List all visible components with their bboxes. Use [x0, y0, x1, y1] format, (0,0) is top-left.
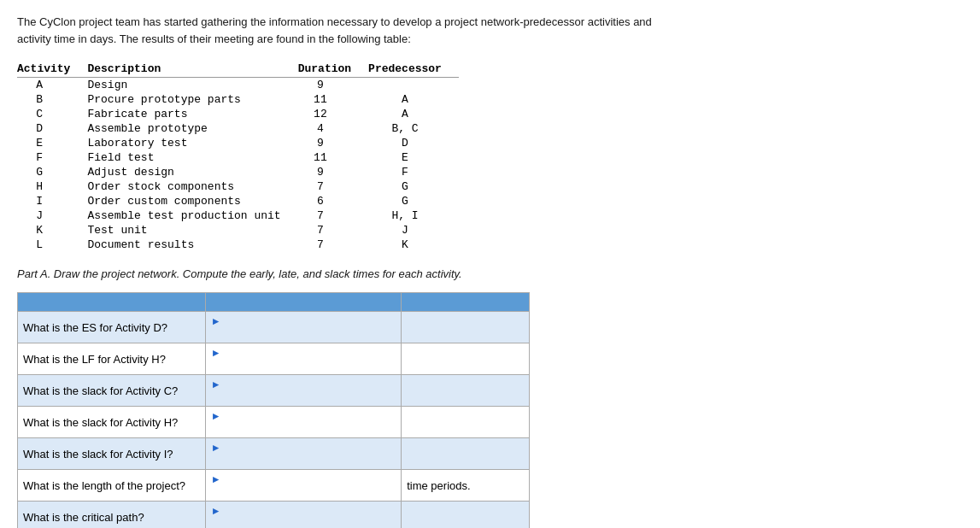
answer-input-cell[interactable]: ► — [205, 407, 402, 438]
predecessor-cell: A — [368, 92, 459, 107]
answer-input-cell[interactable]: ► — [205, 470, 402, 502]
arrow-icon: ► — [211, 442, 221, 454]
duration-cell: 11 — [298, 92, 368, 107]
description-cell: Document results — [87, 238, 297, 252]
arrow-icon: ► — [211, 473, 221, 485]
answer-suffix-cell — [402, 343, 530, 375]
answer-input[interactable] — [211, 390, 396, 403]
predecessor-cell: H, I — [368, 208, 459, 223]
answer-input[interactable] — [211, 517, 396, 528]
arrow-icon: ► — [211, 315, 221, 327]
answer-suffix-cell — [402, 375, 530, 407]
description-cell: Adjust design — [87, 165, 297, 179]
question-row: What is the slack for Activity C?► — [18, 375, 530, 407]
question-row: What is the critical path?► — [18, 502, 530, 529]
table-row: H Order stock components 7 G — [17, 179, 459, 194]
activity-cell: E — [17, 136, 87, 150]
predecessor-cell: B, C — [368, 121, 459, 136]
question-label: What is the slack for Activity I? — [18, 438, 206, 470]
answer-input-cell[interactable]: ► — [205, 343, 402, 375]
col-header-description: Description — [87, 61, 297, 78]
activity-cell: D — [17, 121, 87, 136]
question-label: What is the LF for Activity H? — [18, 343, 206, 375]
duration-cell: 7 — [298, 238, 368, 252]
arrow-icon: ► — [211, 505, 221, 517]
duration-cell: 7 — [298, 223, 368, 238]
table-row: L Document results 7 K — [17, 238, 459, 252]
description-cell: Test unit — [87, 223, 297, 238]
arrow-icon: ► — [211, 347, 221, 359]
duration-cell: 9 — [298, 78, 368, 93]
question-label: What is the length of the project? — [18, 470, 206, 502]
arrow-icon: ► — [211, 410, 221, 422]
answer-input[interactable] — [211, 327, 396, 340]
description-cell: Fabricate parts — [87, 107, 297, 121]
description-cell: Design — [87, 78, 297, 93]
activity-cell: J — [17, 208, 87, 223]
answer-input-cell[interactable]: ► — [205, 502, 402, 529]
question-label: What is the critical path? — [18, 502, 206, 529]
predecessor-cell — [368, 78, 459, 93]
answer-input-cell[interactable]: ► — [205, 438, 402, 470]
description-cell: Field test — [87, 150, 297, 165]
q-header-2 — [205, 293, 402, 312]
activity-cell: K — [17, 223, 87, 238]
answer-suffix-cell — [402, 438, 530, 470]
activity-cell: F — [17, 150, 87, 165]
question-row: What is the length of the project?►time … — [18, 470, 530, 502]
description-cell: Assemble test production unit — [87, 208, 297, 223]
intro-paragraph: The CyClon project team has started gath… — [17, 14, 684, 47]
description-cell: Laboratory test — [87, 136, 297, 150]
part-a-label: Part A. Draw the project network. Comput… — [17, 267, 963, 280]
description-cell: Order stock components — [87, 179, 297, 194]
predecessor-cell: G — [368, 179, 459, 194]
project-data-table: Activity Description Duration Predecesso… — [17, 61, 459, 252]
activity-cell: C — [17, 107, 87, 121]
activity-cell: G — [17, 165, 87, 179]
q-header-3 — [402, 293, 530, 312]
predecessor-cell: D — [368, 136, 459, 150]
question-label: What is the ES for Activity D? — [18, 312, 206, 343]
answer-suffix-cell — [402, 407, 530, 438]
answer-input-cell[interactable]: ► — [205, 312, 402, 343]
question-label: What is the slack for Activity C? — [18, 375, 206, 407]
predecessor-cell: F — [368, 165, 459, 179]
duration-cell: 9 — [298, 136, 368, 150]
activity-cell: B — [17, 92, 87, 107]
description-cell: Procure prototype parts — [87, 92, 297, 107]
answer-input[interactable] — [211, 422, 396, 435]
answer-suffix-cell: time periods. — [402, 470, 530, 502]
table-row: C Fabricate parts 12 A — [17, 107, 459, 121]
answer-input-cell[interactable]: ► — [205, 375, 402, 407]
description-cell: Order custom components — [87, 194, 297, 208]
answer-suffix-cell — [402, 312, 530, 343]
predecessor-cell: J — [368, 223, 459, 238]
answer-input[interactable] — [211, 359, 396, 372]
activity-cell: A — [17, 78, 87, 93]
activity-cell: H — [17, 179, 87, 194]
duration-cell: 4 — [298, 121, 368, 136]
duration-cell: 7 — [298, 208, 368, 223]
duration-cell: 11 — [298, 150, 368, 165]
question-row: What is the slack for Activity I?► — [18, 438, 530, 470]
duration-cell: 7 — [298, 179, 368, 194]
col-header-predecessor: Predecessor — [368, 61, 459, 78]
question-label: What is the slack for Activity H? — [18, 407, 206, 438]
predecessor-cell: K — [368, 238, 459, 252]
questions-table: What is the ES for Activity D?►What is t… — [17, 292, 530, 528]
table-row: F Field test 11 E — [17, 150, 459, 165]
answer-input[interactable] — [211, 454, 396, 466]
duration-cell: 9 — [298, 165, 368, 179]
col-header-activity: Activity — [17, 61, 87, 78]
table-row: J Assemble test production unit 7 H, I — [17, 208, 459, 223]
table-row: K Test unit 7 J — [17, 223, 459, 238]
question-row: What is the ES for Activity D?► — [18, 312, 530, 343]
table-row: D Assemble prototype 4 B, C — [17, 121, 459, 136]
table-row: E Laboratory test 9 D — [17, 136, 459, 150]
duration-cell: 12 — [298, 107, 368, 121]
answer-input[interactable] — [211, 485, 396, 498]
question-row: What is the LF for Activity H?► — [18, 343, 530, 375]
activity-cell: I — [17, 194, 87, 208]
question-row: What is the slack for Activity H?► — [18, 407, 530, 438]
table-row: B Procure prototype parts 11 A — [17, 92, 459, 107]
